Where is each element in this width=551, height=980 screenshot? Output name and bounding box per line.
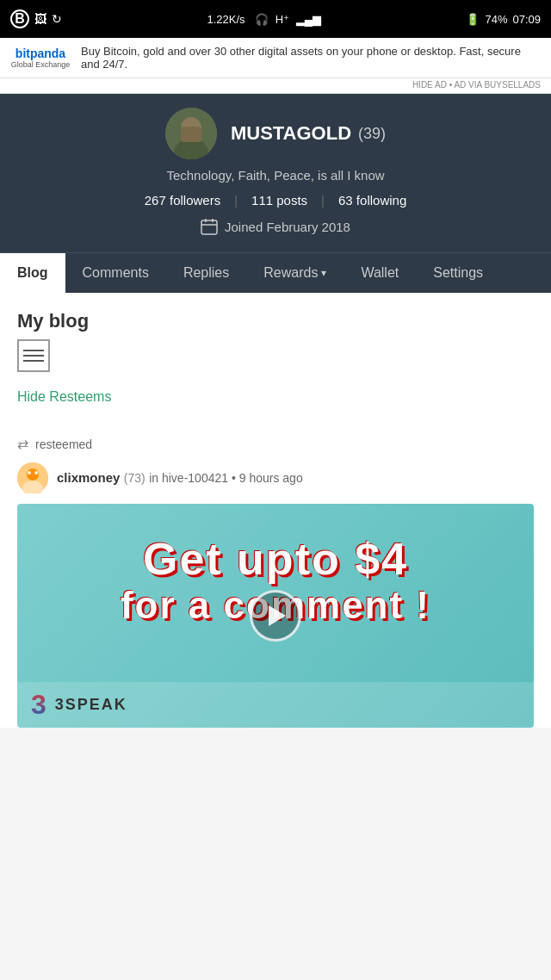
speak-logo: 3 xyxy=(31,689,46,721)
tab-replies[interactable]: Replies xyxy=(166,253,246,293)
post-author-info: clixmoney (73) in hive-100421 • 9 hours … xyxy=(57,470,303,486)
profile-header: MUSTAGOLD (39) xyxy=(17,108,534,159)
ad-banner: bitpanda Global Exchange Buy Bitcoin, go… xyxy=(0,38,551,78)
app-icon-b: B xyxy=(10,9,29,28)
post-thumbnail[interactable]: Get upto $4 for a comment ! 3 3SPEAK xyxy=(17,504,534,728)
tab-settings[interactable]: Settings xyxy=(416,253,500,293)
list-icon-line-3 xyxy=(23,360,44,362)
resteemed-text: resteemed xyxy=(35,437,92,451)
ad-logo: bitpanda Global Exchange xyxy=(10,47,71,69)
avatar-image xyxy=(165,108,217,159)
username-row: MUSTAGOLD (39) xyxy=(231,122,386,145)
ad-logo-sub: Global Exchange xyxy=(11,60,71,69)
post-author-name[interactable]: clixmoney xyxy=(57,470,120,485)
ad-text: Buy Bitcoin, gold and over 30 other digi… xyxy=(81,45,541,71)
nav-tabs: Blog Comments Replies Rewards ▾ Wallet S… xyxy=(0,252,551,293)
username: MUSTAGOLD xyxy=(231,122,351,145)
profile-username-block: MUSTAGOLD (39) xyxy=(231,122,386,145)
joined-row: Joined February 2018 xyxy=(17,218,534,235)
stat-divider-1: | xyxy=(234,193,238,208)
posts-count[interactable]: 111 posts xyxy=(251,193,307,208)
status-bar: B 🖼 ↻ 1.22K/s 🎧 H⁺ ▂▄▆ 🔋 74% 07:09 xyxy=(0,0,551,38)
resteemed-post-section: ⇄ resteemed clixmoney (73) in hive-10042… xyxy=(17,436,534,728)
post-separator: • xyxy=(232,471,239,485)
resteemed-icon: ⇄ xyxy=(17,436,28,452)
post-author-avatar[interactable] xyxy=(17,462,48,493)
app-icon-img: 🖼 xyxy=(34,12,46,26)
list-icon-line-2 xyxy=(23,355,44,357)
post-author-rep: (73) xyxy=(124,471,145,485)
post-author-row: clixmoney (73) in hive-100421 • 9 hours … xyxy=(17,462,534,493)
svg-point-12 xyxy=(34,471,38,474)
battery-icon: 🔋 xyxy=(466,13,480,26)
profile-section: MUSTAGOLD (39) Technology, Faith, Peace,… xyxy=(0,94,551,252)
svg-point-11 xyxy=(28,471,31,474)
status-speed: 1.22K/s 🎧 H⁺ ▂▄▆ xyxy=(207,13,321,26)
rewards-dropdown-arrow: ▾ xyxy=(321,267,326,279)
post-community[interactable]: in hive-100421 xyxy=(149,471,228,485)
reputation: (39) xyxy=(358,125,386,143)
calendar-icon xyxy=(201,218,218,235)
speak-three-logo: 3 xyxy=(31,689,46,721)
speak-brand-text: 3SPEAK xyxy=(55,696,127,714)
stats-row: 267 followers | 111 posts | 63 following xyxy=(17,193,534,208)
joined-date: Joined February 2018 xyxy=(225,220,350,234)
tab-wallet[interactable]: Wallet xyxy=(344,253,416,293)
svg-rect-3 xyxy=(181,127,201,142)
signal-icon: H⁺ xyxy=(276,13,289,26)
following-count[interactable]: 63 following xyxy=(338,193,406,208)
svg-rect-4 xyxy=(201,220,217,234)
resteemed-label: ⇄ resteemed xyxy=(17,436,534,452)
headphone-icon: 🎧 xyxy=(255,13,269,26)
avatar[interactable] xyxy=(165,108,217,159)
signal-bars: ▂▄▆ xyxy=(296,13,321,26)
speak-footer-bar: 3 3SPEAK xyxy=(17,682,534,728)
main-content: My blog Hide Resteems ⇄ resteemed clixmo… xyxy=(0,293,551,728)
post-age: 9 hours ago xyxy=(239,471,303,485)
ad-logo-name: bitpanda xyxy=(15,47,65,60)
status-left-icons: B 🖼 ↻ xyxy=(10,9,62,28)
followers-count[interactable]: 267 followers xyxy=(145,193,220,208)
ad-footer-text[interactable]: HIDE AD • AD VIA BUYSELLADS xyxy=(0,78,551,94)
stat-divider-2: | xyxy=(321,193,325,208)
list-icon-line-1 xyxy=(23,350,44,351)
tab-comments[interactable]: Comments xyxy=(65,253,166,293)
play-triangle-icon xyxy=(269,605,286,626)
profile-tagline: Technology, Faith, Peace, is all I know xyxy=(17,168,534,183)
video-play-button[interactable] xyxy=(250,590,301,642)
list-view-toggle[interactable] xyxy=(17,339,50,372)
svg-point-9 xyxy=(27,468,39,481)
tab-blog[interactable]: Blog xyxy=(0,253,65,293)
battery-percent: 74% xyxy=(485,13,507,26)
clock: 07:09 xyxy=(512,13,541,26)
hide-resteems-link[interactable]: Hide Resteems xyxy=(17,389,111,405)
tab-rewards[interactable]: Rewards ▾ xyxy=(246,253,344,293)
post-thumbnail-line1: Get upto $4 xyxy=(121,518,430,584)
blog-section-title: My blog xyxy=(17,310,534,332)
app-icon-refresh: ↻ xyxy=(52,12,62,26)
status-right: 🔋 74% 07:09 xyxy=(466,13,541,26)
post-meta: in hive-100421 • 9 hours ago xyxy=(149,471,303,485)
